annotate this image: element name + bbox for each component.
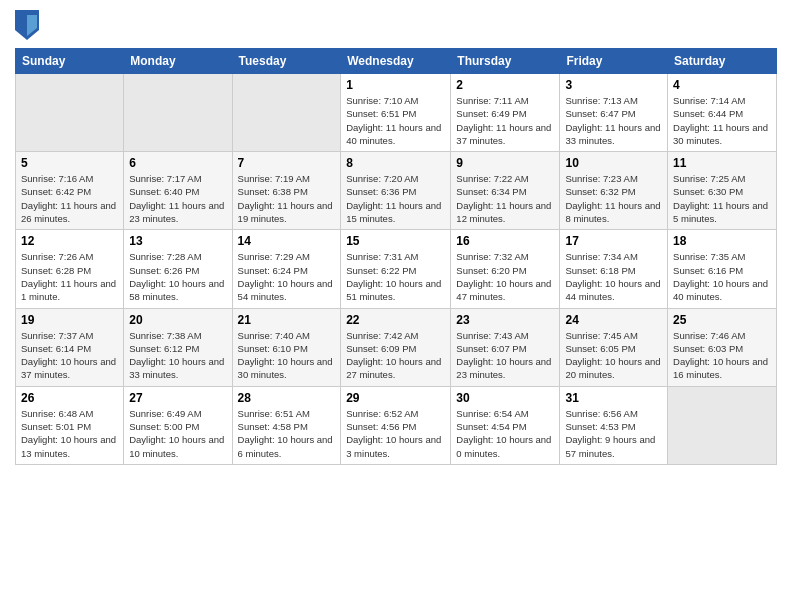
day-cell: 5Sunrise: 7:16 AM Sunset: 6:42 PM Daylig…	[16, 152, 124, 230]
day-info: Sunrise: 7:20 AM Sunset: 6:36 PM Dayligh…	[346, 172, 445, 225]
day-number: 2	[456, 78, 554, 92]
day-cell: 8Sunrise: 7:20 AM Sunset: 6:36 PM Daylig…	[341, 152, 451, 230]
day-number: 31	[565, 391, 662, 405]
day-info: Sunrise: 7:22 AM Sunset: 6:34 PM Dayligh…	[456, 172, 554, 225]
weekday-header: Wednesday	[341, 49, 451, 74]
day-number: 10	[565, 156, 662, 170]
day-info: Sunrise: 6:48 AM Sunset: 5:01 PM Dayligh…	[21, 407, 118, 460]
day-cell: 31Sunrise: 6:56 AM Sunset: 4:53 PM Dayli…	[560, 386, 668, 464]
day-number: 17	[565, 234, 662, 248]
day-number: 22	[346, 313, 445, 327]
day-info: Sunrise: 7:34 AM Sunset: 6:18 PM Dayligh…	[565, 250, 662, 303]
day-number: 29	[346, 391, 445, 405]
day-info: Sunrise: 7:40 AM Sunset: 6:10 PM Dayligh…	[238, 329, 336, 382]
day-cell: 29Sunrise: 6:52 AM Sunset: 4:56 PM Dayli…	[341, 386, 451, 464]
day-cell: 17Sunrise: 7:34 AM Sunset: 6:18 PM Dayli…	[560, 230, 668, 308]
day-info: Sunrise: 6:52 AM Sunset: 4:56 PM Dayligh…	[346, 407, 445, 460]
day-number: 13	[129, 234, 226, 248]
day-cell: 7Sunrise: 7:19 AM Sunset: 6:38 PM Daylig…	[232, 152, 341, 230]
day-number: 27	[129, 391, 226, 405]
day-number: 4	[673, 78, 771, 92]
day-info: Sunrise: 7:19 AM Sunset: 6:38 PM Dayligh…	[238, 172, 336, 225]
day-number: 5	[21, 156, 118, 170]
weekday-header: Sunday	[16, 49, 124, 74]
day-info: Sunrise: 7:28 AM Sunset: 6:26 PM Dayligh…	[129, 250, 226, 303]
day-cell: 30Sunrise: 6:54 AM Sunset: 4:54 PM Dayli…	[451, 386, 560, 464]
day-number: 16	[456, 234, 554, 248]
day-info: Sunrise: 7:35 AM Sunset: 6:16 PM Dayligh…	[673, 250, 771, 303]
weekday-header: Tuesday	[232, 49, 341, 74]
day-number: 15	[346, 234, 445, 248]
day-info: Sunrise: 6:51 AM Sunset: 4:58 PM Dayligh…	[238, 407, 336, 460]
day-number: 25	[673, 313, 771, 327]
week-row: 26Sunrise: 6:48 AM Sunset: 5:01 PM Dayli…	[16, 386, 777, 464]
day-number: 18	[673, 234, 771, 248]
day-number: 7	[238, 156, 336, 170]
calendar-table: SundayMondayTuesdayWednesdayThursdayFrid…	[15, 48, 777, 465]
day-info: Sunrise: 7:13 AM Sunset: 6:47 PM Dayligh…	[565, 94, 662, 147]
day-info: Sunrise: 6:56 AM Sunset: 4:53 PM Dayligh…	[565, 407, 662, 460]
day-cell: 12Sunrise: 7:26 AM Sunset: 6:28 PM Dayli…	[16, 230, 124, 308]
day-cell: 9Sunrise: 7:22 AM Sunset: 6:34 PM Daylig…	[451, 152, 560, 230]
week-row: 19Sunrise: 7:37 AM Sunset: 6:14 PM Dayli…	[16, 308, 777, 386]
day-info: Sunrise: 7:10 AM Sunset: 6:51 PM Dayligh…	[346, 94, 445, 147]
day-number: 12	[21, 234, 118, 248]
day-cell: 2Sunrise: 7:11 AM Sunset: 6:49 PM Daylig…	[451, 74, 560, 152]
logo	[15, 10, 43, 40]
day-cell: 22Sunrise: 7:42 AM Sunset: 6:09 PM Dayli…	[341, 308, 451, 386]
day-cell: 21Sunrise: 7:40 AM Sunset: 6:10 PM Dayli…	[232, 308, 341, 386]
header	[15, 10, 777, 40]
day-number: 24	[565, 313, 662, 327]
day-cell: 27Sunrise: 6:49 AM Sunset: 5:00 PM Dayli…	[124, 386, 232, 464]
day-cell: 16Sunrise: 7:32 AM Sunset: 6:20 PM Dayli…	[451, 230, 560, 308]
week-row: 5Sunrise: 7:16 AM Sunset: 6:42 PM Daylig…	[16, 152, 777, 230]
day-cell: 11Sunrise: 7:25 AM Sunset: 6:30 PM Dayli…	[668, 152, 777, 230]
weekday-header: Monday	[124, 49, 232, 74]
day-info: Sunrise: 7:17 AM Sunset: 6:40 PM Dayligh…	[129, 172, 226, 225]
day-info: Sunrise: 7:16 AM Sunset: 6:42 PM Dayligh…	[21, 172, 118, 225]
day-number: 3	[565, 78, 662, 92]
day-cell	[16, 74, 124, 152]
day-cell: 18Sunrise: 7:35 AM Sunset: 6:16 PM Dayli…	[668, 230, 777, 308]
day-cell: 6Sunrise: 7:17 AM Sunset: 6:40 PM Daylig…	[124, 152, 232, 230]
day-cell: 25Sunrise: 7:46 AM Sunset: 6:03 PM Dayli…	[668, 308, 777, 386]
day-number: 30	[456, 391, 554, 405]
weekday-header-row: SundayMondayTuesdayWednesdayThursdayFrid…	[16, 49, 777, 74]
day-number: 20	[129, 313, 226, 327]
day-cell: 4Sunrise: 7:14 AM Sunset: 6:44 PM Daylig…	[668, 74, 777, 152]
day-info: Sunrise: 7:32 AM Sunset: 6:20 PM Dayligh…	[456, 250, 554, 303]
day-info: Sunrise: 7:29 AM Sunset: 6:24 PM Dayligh…	[238, 250, 336, 303]
weekday-header: Saturday	[668, 49, 777, 74]
day-info: Sunrise: 7:45 AM Sunset: 6:05 PM Dayligh…	[565, 329, 662, 382]
day-info: Sunrise: 7:46 AM Sunset: 6:03 PM Dayligh…	[673, 329, 771, 382]
day-cell: 20Sunrise: 7:38 AM Sunset: 6:12 PM Dayli…	[124, 308, 232, 386]
day-info: Sunrise: 7:38 AM Sunset: 6:12 PM Dayligh…	[129, 329, 226, 382]
weekday-header: Thursday	[451, 49, 560, 74]
day-cell: 13Sunrise: 7:28 AM Sunset: 6:26 PM Dayli…	[124, 230, 232, 308]
day-cell: 23Sunrise: 7:43 AM Sunset: 6:07 PM Dayli…	[451, 308, 560, 386]
week-row: 12Sunrise: 7:26 AM Sunset: 6:28 PM Dayli…	[16, 230, 777, 308]
day-info: Sunrise: 7:23 AM Sunset: 6:32 PM Dayligh…	[565, 172, 662, 225]
day-number: 14	[238, 234, 336, 248]
day-info: Sunrise: 7:11 AM Sunset: 6:49 PM Dayligh…	[456, 94, 554, 147]
day-number: 19	[21, 313, 118, 327]
day-cell: 10Sunrise: 7:23 AM Sunset: 6:32 PM Dayli…	[560, 152, 668, 230]
day-info: Sunrise: 7:42 AM Sunset: 6:09 PM Dayligh…	[346, 329, 445, 382]
day-cell: 26Sunrise: 6:48 AM Sunset: 5:01 PM Dayli…	[16, 386, 124, 464]
day-cell: 1Sunrise: 7:10 AM Sunset: 6:51 PM Daylig…	[341, 74, 451, 152]
day-cell: 24Sunrise: 7:45 AM Sunset: 6:05 PM Dayli…	[560, 308, 668, 386]
day-info: Sunrise: 6:49 AM Sunset: 5:00 PM Dayligh…	[129, 407, 226, 460]
day-info: Sunrise: 7:43 AM Sunset: 6:07 PM Dayligh…	[456, 329, 554, 382]
day-number: 26	[21, 391, 118, 405]
day-info: Sunrise: 6:54 AM Sunset: 4:54 PM Dayligh…	[456, 407, 554, 460]
weekday-header: Friday	[560, 49, 668, 74]
day-number: 11	[673, 156, 771, 170]
day-cell	[232, 74, 341, 152]
day-info: Sunrise: 7:37 AM Sunset: 6:14 PM Dayligh…	[21, 329, 118, 382]
day-number: 1	[346, 78, 445, 92]
day-number: 8	[346, 156, 445, 170]
day-cell	[124, 74, 232, 152]
calendar-container: SundayMondayTuesdayWednesdayThursdayFrid…	[0, 0, 792, 612]
day-number: 28	[238, 391, 336, 405]
week-row: 1Sunrise: 7:10 AM Sunset: 6:51 PM Daylig…	[16, 74, 777, 152]
